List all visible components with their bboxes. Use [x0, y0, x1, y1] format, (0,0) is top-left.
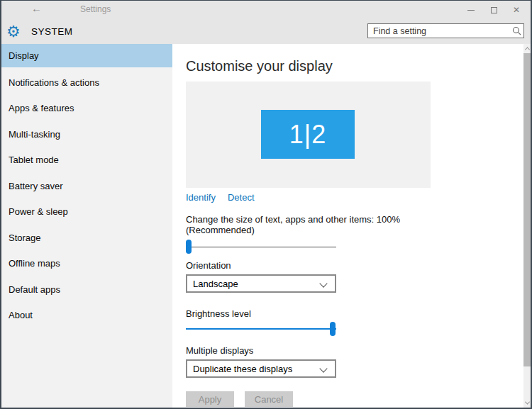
back-button[interactable]: ←	[31, 2, 42, 14]
brightness-slider[interactable]	[186, 322, 336, 336]
maximize-icon	[491, 7, 497, 13]
window-controls: ✕	[460, 0, 528, 20]
orientation-dropdown[interactable]: Landscape	[186, 274, 336, 293]
sidebar-item-default-apps[interactable]: Default apps	[0, 276, 172, 303]
sidebar-item-offline-maps[interactable]: Offline maps	[0, 251, 172, 277]
orientation-value: Landscape	[193, 279, 238, 289]
monitor-preview[interactable]: 1|2	[261, 110, 355, 159]
page-title: Customise your display	[186, 58, 523, 74]
chevron-up-icon	[524, 47, 529, 52]
scrollbar-thumb[interactable]	[523, 53, 531, 366]
window-title: Settings	[80, 4, 111, 14]
brightness-slider-thumb[interactable]	[330, 322, 336, 336]
sidebar: Display Notifications & actions Apps & f…	[0, 44, 172, 409]
close-button[interactable]: ✕	[505, 0, 528, 20]
sidebar-item-power-sleep[interactable]: Power & sleep	[0, 199, 172, 225]
titlebar: ← Settings ✕	[0, 0, 532, 20]
minimize-icon	[467, 10, 475, 11]
section-title: SYSTEM	[31, 26, 73, 37]
multiple-displays-label: Multiple displays	[186, 345, 523, 356]
settings-gear-icon: ⚙	[6, 21, 21, 43]
chevron-down-icon	[524, 400, 529, 405]
identify-link[interactable]: Identify	[186, 192, 216, 203]
sidebar-item-battery-saver[interactable]: Battery saver	[0, 173, 172, 199]
maximize-button[interactable]	[482, 0, 505, 20]
display-preview-area: 1|2	[186, 82, 431, 188]
search-box[interactable]	[367, 23, 524, 38]
sidebar-item-notifications-actions[interactable]: Notifications & actions	[0, 69, 172, 96]
monitor-label: 1|2	[289, 120, 326, 150]
apply-button[interactable]: Apply	[186, 391, 234, 407]
scale-slider[interactable]	[186, 240, 336, 254]
multiple-displays-dropdown[interactable]: Duplicate these displays	[186, 359, 336, 378]
sidebar-item-storage[interactable]: Storage	[0, 225, 172, 251]
orientation-label: Orientation	[186, 260, 523, 271]
minimize-button[interactable]	[460, 0, 482, 20]
chevron-down-icon	[319, 279, 327, 287]
cancel-button[interactable]: Cancel	[245, 391, 293, 407]
detect-link[interactable]: Detect	[228, 192, 255, 203]
preview-links: Identify Detect	[186, 192, 523, 203]
scale-slider-track[interactable]	[186, 247, 336, 247]
scale-slider-thumb[interactable]	[186, 240, 192, 254]
chevron-down-icon	[319, 364, 327, 372]
header: ⚙ SYSTEM	[0, 20, 532, 44]
scroll-up-button[interactable]	[523, 44, 531, 53]
vertical-scrollbar[interactable]	[523, 44, 531, 408]
sidebar-item-display[interactable]: Display	[0, 44, 172, 67]
search-input[interactable]	[368, 26, 509, 36]
sidebar-item-apps-features[interactable]: Apps & features	[0, 96, 172, 122]
sidebar-item-tablet-mode[interactable]: Tablet mode	[0, 147, 172, 174]
display-settings-panel: Customise your display 1|2 Identify Dete…	[172, 44, 523, 409]
settings-window: ← Settings ✕ ⚙ SYSTEM Display Notificati…	[0, 0, 532, 409]
scale-description: Change the size of text, apps and other …	[186, 214, 441, 235]
scroll-down-button[interactable]	[523, 398, 531, 408]
sidebar-item-about[interactable]: About	[0, 303, 172, 329]
brightness-slider-track[interactable]	[186, 328, 336, 330]
search-icon[interactable]	[509, 24, 523, 38]
multiple-displays-value: Duplicate these displays	[193, 364, 292, 374]
sidebar-item-multi-tasking[interactable]: Multi-tasking	[0, 121, 172, 147]
action-buttons: Apply Cancel	[186, 391, 523, 407]
brightness-label: Brightness level	[186, 308, 523, 319]
